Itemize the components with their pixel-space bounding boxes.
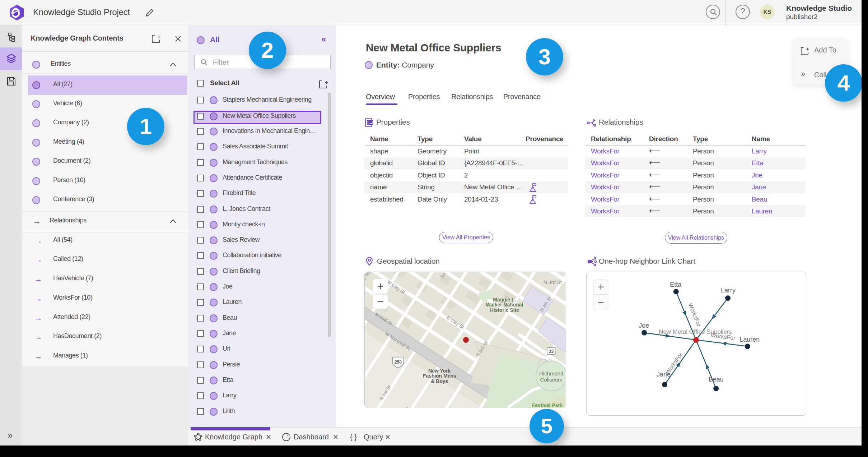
svg-text:Walker National: Walker National [486,302,523,308]
svg-text:250: 250 [395,360,402,365]
svg-text:33: 33 [549,348,554,354]
svg-text:Festival Park: Festival Park [532,402,563,408]
svg-text:Jane: Jane [657,371,671,378]
svg-text:& Boys: & Boys [431,378,448,384]
svg-text:Beau: Beau [709,376,724,383]
svg-text:Coliseum: Coliseum [540,377,563,383]
svg-text:Maggie L.: Maggie L. [493,297,516,303]
svg-text:N 3rd St: N 3rd St [543,280,562,285]
svg-text:New York: New York [428,368,451,374]
svg-text:New Metal Office Suppliers: New Metal Office Suppliers [659,328,732,335]
svg-text:Larry: Larry [721,287,736,294]
svg-text:Lauren: Lauren [739,336,760,343]
svg-text:Historic Site: Historic Site [490,307,519,313]
svg-text:Fashion Mens: Fashion Mens [423,373,456,379]
svg-text:Richmond: Richmond [539,370,563,377]
svg-text:Joe: Joe [639,322,649,329]
svg-text:Etta: Etta [670,281,681,288]
